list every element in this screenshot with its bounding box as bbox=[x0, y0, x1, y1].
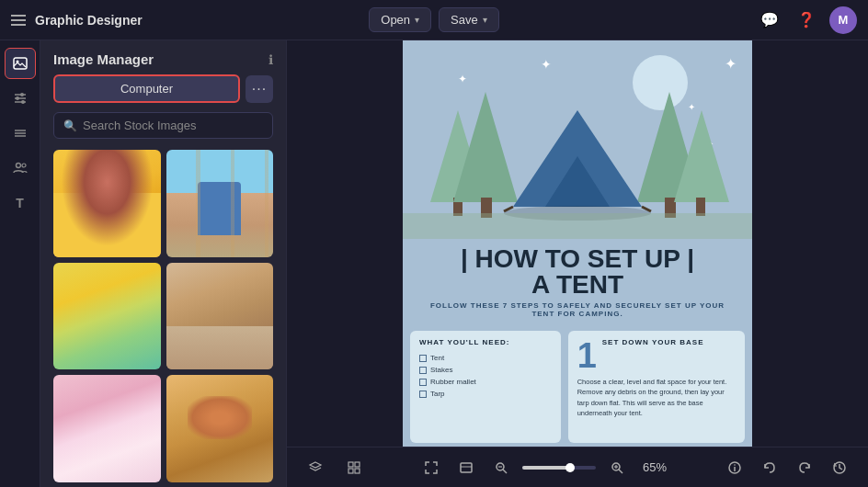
redo-icon[interactable] bbox=[791, 454, 818, 481]
checkbox-mallet bbox=[419, 379, 427, 386]
toolbar-left bbox=[302, 454, 368, 481]
image-thumbnail-door[interactable] bbox=[166, 150, 274, 257]
sidebar-item-image-manager[interactable] bbox=[5, 48, 36, 79]
toolbar-right bbox=[721, 454, 853, 481]
infographic-subtitle: FOLLOW THESE 7 STEPS TO SAFELY AND SECUR… bbox=[403, 301, 752, 323]
topbar-right: 💬 ❓ M bbox=[499, 6, 857, 34]
image-icon bbox=[13, 56, 28, 71]
infographic-title-line1: | HOW TO SET UP | bbox=[417, 246, 737, 272]
image-thumbnail-person[interactable] bbox=[166, 263, 274, 370]
infographic-body: WHAT YOU'LL NEED: Tent Stakes Rubber mal… bbox=[403, 323, 752, 447]
info-icon[interactable]: ℹ bbox=[268, 52, 273, 67]
search-icon: 🔍 bbox=[63, 119, 77, 132]
list-item: Tent bbox=[419, 352, 552, 364]
svg-line-42 bbox=[503, 470, 507, 473]
svg-point-7 bbox=[21, 100, 25, 104]
fit-icon[interactable] bbox=[452, 454, 480, 481]
app-title: Graphic Designer bbox=[35, 13, 143, 28]
svg-point-50 bbox=[734, 464, 736, 466]
layers-tool-icon[interactable] bbox=[302, 454, 329, 481]
panel-header: Image Manager ℹ bbox=[40, 40, 286, 74]
svg-point-12 bbox=[22, 164, 26, 167]
topbar-center: Open ▾ Save ▾ bbox=[369, 7, 498, 32]
checklist: Tent Stakes Rubber mallet Tarp bbox=[419, 352, 552, 400]
main: T Image Manager ℹ Computer ··· 🔍 Search … bbox=[0, 40, 868, 487]
zoom-out-icon[interactable] bbox=[487, 454, 515, 481]
infographic-title-block: | HOW TO SET UP | A TENT bbox=[403, 239, 752, 301]
image-thumbnail-bike[interactable] bbox=[53, 263, 161, 370]
image-thumbnail-woman[interactable] bbox=[53, 150, 161, 257]
image-grid bbox=[40, 150, 286, 482]
checklist-card: WHAT YOU'LL NEED: Tent Stakes Rubber mal… bbox=[410, 331, 561, 443]
text-tool-icon: T bbox=[16, 196, 24, 210]
checkbox-stakes bbox=[419, 367, 427, 374]
save-arrow-icon: ▾ bbox=[483, 15, 487, 25]
svg-point-3 bbox=[20, 93, 24, 96]
infographic-title-line2: A TENT bbox=[417, 272, 737, 298]
open-arrow-icon: ▾ bbox=[415, 15, 419, 25]
panel: Image Manager ℹ Computer ··· 🔍 Search St… bbox=[40, 40, 287, 487]
svg-text:✦: ✦ bbox=[688, 102, 695, 112]
help-icon[interactable]: ❓ bbox=[793, 6, 820, 34]
tab-computer[interactable]: Computer bbox=[53, 74, 240, 103]
topbar-left: Graphic Designer bbox=[11, 13, 369, 28]
undo-icon[interactable] bbox=[756, 454, 783, 481]
zoom-slider[interactable] bbox=[522, 466, 596, 470]
svg-point-5 bbox=[16, 96, 19, 100]
expand-icon[interactable] bbox=[417, 454, 445, 481]
sidebar-item-sliders[interactable] bbox=[5, 83, 36, 114]
checkbox-tent bbox=[419, 355, 427, 362]
infographic-scene: ✦ ✦ ✦ ✦ ✦ bbox=[403, 40, 752, 239]
list-item: Rubber mallet bbox=[419, 376, 552, 388]
step-title: SET DOWN YOUR BASE bbox=[602, 338, 704, 346]
comment-icon[interactable]: 💬 bbox=[756, 6, 783, 34]
list-item: Tarp bbox=[419, 388, 552, 400]
panel-tabs: Computer ··· bbox=[40, 74, 286, 112]
svg-rect-37 bbox=[348, 469, 353, 473]
sidebar-item-text[interactable]: T bbox=[5, 187, 36, 219]
scene-svg: ✦ ✦ ✦ ✦ ✦ bbox=[403, 40, 752, 239]
avatar[interactable]: M bbox=[829, 6, 857, 34]
svg-rect-0 bbox=[14, 58, 27, 69]
checklist-title: WHAT YOU'LL NEED: bbox=[419, 338, 552, 346]
zoom-percent: 65% bbox=[638, 460, 671, 474]
canvas-area: ✦ ✦ ✦ ✦ ✦ bbox=[287, 40, 868, 487]
search-bar[interactable]: 🔍 Search Stock Images bbox=[53, 112, 273, 139]
step-card: 1 SET DOWN YOUR BASE Choose a clear, lev… bbox=[568, 331, 745, 443]
save-button[interactable]: Save ▾ bbox=[439, 7, 499, 32]
sidebar-item-people[interactable] bbox=[5, 153, 36, 184]
svg-rect-39 bbox=[461, 463, 472, 472]
bottom-toolbar: 65% bbox=[287, 447, 868, 487]
canvas-container[interactable]: ✦ ✦ ✦ ✦ ✦ bbox=[287, 40, 868, 447]
topbar: Graphic Designer Open ▾ Save ▾ 💬 ❓ M bbox=[0, 0, 868, 40]
svg-line-45 bbox=[619, 470, 622, 473]
sliders-icon bbox=[13, 91, 28, 106]
panel-title: Image Manager bbox=[53, 51, 154, 67]
grid-tool-icon[interactable] bbox=[340, 454, 368, 481]
svg-marker-34 bbox=[310, 462, 321, 468]
zoom-in-icon[interactable] bbox=[603, 454, 631, 481]
svg-rect-38 bbox=[355, 469, 360, 473]
image-thumbnail-dog[interactable] bbox=[166, 375, 274, 482]
checkbox-tarp bbox=[419, 391, 427, 398]
svg-rect-36 bbox=[355, 462, 360, 467]
svg-text:✦: ✦ bbox=[458, 73, 467, 85]
toolbar-center: 65% bbox=[417, 454, 671, 481]
layers-icon bbox=[13, 126, 28, 141]
menu-icon[interactable] bbox=[11, 15, 26, 26]
svg-rect-33 bbox=[403, 213, 752, 239]
svg-point-14 bbox=[633, 55, 688, 110]
sidebar-item-layers[interactable] bbox=[5, 118, 36, 149]
icon-sidebar: T bbox=[0, 40, 40, 487]
step-description: Choose a clear, level and flat space for… bbox=[577, 377, 736, 418]
info-bottom-icon[interactable] bbox=[721, 454, 748, 481]
infographic: ✦ ✦ ✦ ✦ ✦ bbox=[403, 40, 752, 447]
step-number: 1 bbox=[577, 338, 597, 373]
history-icon[interactable] bbox=[826, 454, 853, 481]
svg-text:✦: ✦ bbox=[725, 56, 737, 72]
tab-more-button[interactable]: ··· bbox=[246, 75, 273, 103]
svg-point-11 bbox=[16, 164, 20, 168]
people-icon bbox=[13, 161, 28, 176]
image-thumbnail-wedding[interactable] bbox=[53, 375, 161, 482]
open-button[interactable]: Open ▾ bbox=[369, 7, 431, 32]
